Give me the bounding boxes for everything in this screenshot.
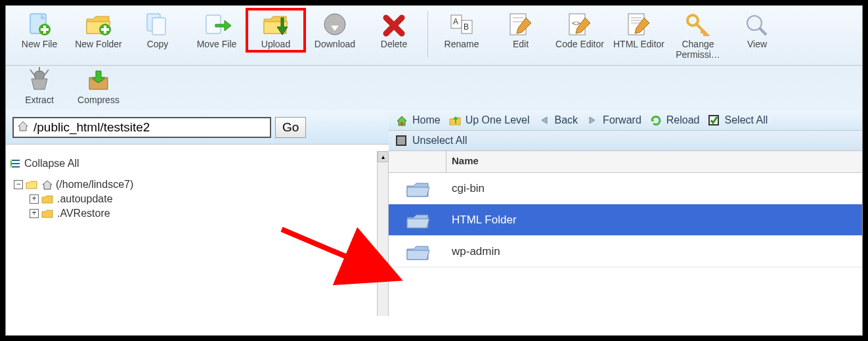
delete-button[interactable]: Delete — [366, 10, 422, 51]
tree-item-avrestore[interactable]: + .AVRestore — [14, 208, 373, 219]
expand-box-icon[interactable]: + — [30, 209, 39, 218]
home-button[interactable]: Home — [395, 114, 441, 126]
extract-label: Extract — [25, 95, 54, 105]
unselect-all-button[interactable]: Unselect All — [395, 135, 467, 147]
up-level-icon — [448, 114, 462, 126]
compress-button[interactable]: Compress — [70, 66, 127, 106]
compress-label: Compress — [77, 95, 119, 105]
rename-label: Rename — [445, 39, 479, 49]
toolbar-separator — [427, 11, 428, 57]
toolbar-row2: Extract Compress — [6, 66, 862, 110]
back-button[interactable]: Back — [538, 114, 578, 126]
magnifier-icon — [743, 11, 771, 37]
edit-label: Edit — [513, 39, 529, 49]
select-all-icon — [708, 114, 721, 126]
change-permissions-button[interactable]: Change Permissi… — [670, 10, 726, 61]
download-icon — [320, 11, 349, 37]
svg-text:B: B — [464, 22, 469, 32]
download-button[interactable]: Download — [307, 10, 363, 51]
folder-icon — [389, 210, 446, 231]
view-label: View — [747, 39, 767, 49]
folder-icon — [389, 178, 446, 199]
forward-button[interactable]: Forward — [586, 114, 641, 126]
compress-icon — [84, 67, 113, 93]
delete-icon — [380, 11, 408, 37]
copy-label: Copy — [147, 39, 169, 49]
svg-rect-28 — [401, 122, 403, 125]
go-button[interactable]: Go — [275, 117, 306, 138]
move-file-label: Move File — [197, 39, 237, 49]
forward-icon — [586, 114, 599, 126]
table-header: Name — [389, 151, 862, 173]
path-input[interactable] — [31, 119, 270, 136]
code-editor-icon: <> — [565, 11, 594, 37]
main-toolbar: New File New Folder Copy Move File Uploa… — [6, 6, 862, 66]
select-all-button[interactable]: Select All — [708, 114, 768, 126]
table-header-icon-col — [389, 151, 446, 172]
new-file-icon — [25, 11, 54, 37]
svg-rect-30 — [397, 136, 406, 145]
tree-item-label: .AVRestore — [57, 208, 110, 219]
navigation-bar: Home Up One Level Back Forward Reload — [389, 110, 862, 131]
upload-button[interactable]: Upload — [248, 10, 304, 51]
code-editor-button[interactable]: <> Code Editor — [552, 10, 608, 51]
change-permissions-label: Change Permissi… — [670, 39, 726, 60]
unselect-all-icon — [395, 135, 408, 147]
svg-text:A: A — [453, 17, 458, 26]
move-file-icon — [202, 11, 231, 37]
edit-icon — [506, 11, 535, 37]
navigation-bar-row2: Unselect All — [389, 131, 862, 151]
select-all-label: Select All — [725, 114, 768, 126]
path-bar: Go — [6, 110, 389, 145]
new-file-button[interactable]: New File — [11, 10, 68, 51]
file-list-pane: Name cgi-bin HTML Folder wp-admin — [389, 151, 862, 316]
html-editor-button[interactable]: HTML Editor — [611, 10, 667, 51]
up-one-level-button[interactable]: Up One Level — [448, 114, 530, 126]
rename-button[interactable]: AB Rename — [433, 10, 490, 51]
path-input-group — [12, 117, 271, 138]
html-editor-icon — [624, 11, 653, 37]
main-panes: Collapse All − (/home/lindsce7) + .autou… — [6, 151, 862, 316]
new-folder-label: New Folder — [75, 39, 122, 49]
tree-root[interactable]: − (/home/lindsce7) — [14, 179, 373, 191]
home-small-icon — [41, 179, 53, 190]
new-folder-button[interactable]: New Folder — [70, 10, 127, 51]
row-name: cgi-bin — [446, 182, 485, 195]
upload-icon — [261, 11, 290, 37]
home-label: Home — [412, 114, 441, 126]
tree-item-label: .autoupdate — [57, 193, 113, 205]
copy-button[interactable]: Copy — [129, 10, 186, 51]
tree-item-autoupdate[interactable]: + .autoupdate — [14, 193, 373, 205]
svg-point-26 — [747, 16, 762, 30]
vertical-scrollbar[interactable]: ▴ — [378, 151, 389, 316]
collapse-box-icon[interactable]: − — [14, 180, 23, 189]
expand-box-icon[interactable]: + — [30, 194, 39, 204]
upload-label: Upload — [261, 39, 290, 49]
code-editor-label: Code Editor — [555, 39, 604, 49]
row-name: wp-admin — [446, 245, 500, 258]
table-row[interactable]: HTML Folder — [389, 204, 862, 236]
view-button[interactable]: View — [729, 10, 785, 51]
svg-rect-7 — [101, 28, 109, 31]
table-row[interactable]: cgi-bin — [389, 173, 862, 204]
forward-label: Forward — [603, 114, 641, 126]
scroll-up-button[interactable]: ▴ — [378, 151, 389, 162]
collapse-all-button[interactable]: Collapse All — [10, 158, 373, 170]
back-icon — [538, 114, 551, 126]
edit-button[interactable]: Edit — [492, 10, 549, 51]
extract-button[interactable]: Extract — [11, 66, 68, 106]
copy-icon — [143, 11, 172, 37]
move-file-button[interactable]: Move File — [188, 10, 245, 51]
back-label: Back — [555, 114, 578, 126]
home-icon — [16, 120, 31, 135]
file-manager-window: New File New Folder Copy Move File Uploa… — [5, 5, 863, 336]
table-row[interactable]: wp-admin — [389, 236, 862, 267]
download-label: Download — [315, 39, 355, 49]
key-icon — [684, 11, 712, 37]
folder-icon — [41, 194, 54, 204]
extract-icon — [25, 67, 54, 93]
reload-button[interactable]: Reload — [649, 114, 700, 126]
table-header-name[interactable]: Name — [446, 151, 862, 172]
collapse-icon — [10, 158, 22, 169]
folder-tree-pane: Collapse All − (/home/lindsce7) + .autou… — [6, 151, 378, 316]
